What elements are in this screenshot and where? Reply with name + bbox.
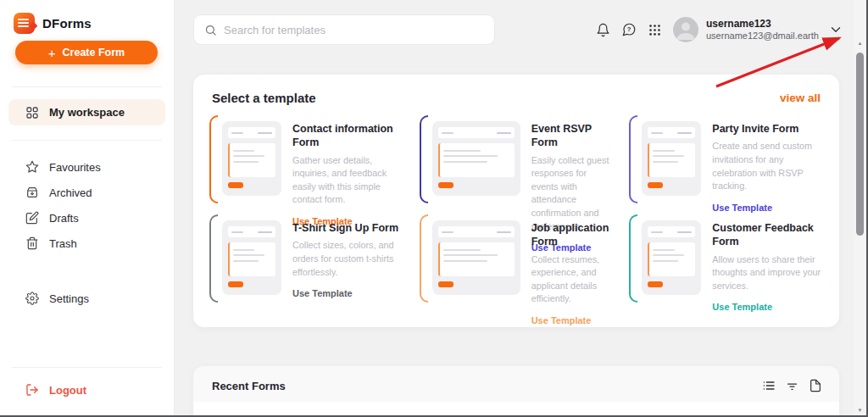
dforms-logo-icon	[14, 13, 35, 34]
list-view-button[interactable]	[762, 379, 776, 392]
card-body: Party Invite Form Create and send custom…	[712, 121, 826, 214]
template-card-event-rsvp: Event RSVP Form Easily collect guest res…	[414, 113, 620, 206]
brand: DForms	[0, 0, 174, 36]
card-body: Job application Form Collect resumes, ex…	[531, 220, 616, 327]
template-card-customer-feedback: Customer Feedback Form Allow users to sh…	[623, 212, 829, 305]
templates-title: Select a template	[212, 91, 316, 105]
sidebar-item-label: My workspace	[49, 106, 125, 119]
scroll-up-arrow[interactable]: ▲	[854, 41, 866, 46]
recent-forms-row[interactable]	[193, 402, 839, 417]
recent-forms-header: Recent Forms	[193, 366, 839, 402]
main-content: ? username123 username123@dmail.earth	[175, 0, 854, 415]
use-template-link[interactable]: Use Template	[531, 315, 592, 325]
create-form-button[interactable]: + Create Form	[15, 41, 158, 64]
sidebar-item-my-workspace[interactable]: My workspace	[8, 99, 165, 125]
logout-icon	[25, 383, 39, 397]
filter-icon	[786, 380, 798, 392]
sidebar: DForms + Create Form My workspace Favour…	[0, 0, 175, 415]
card-accent-bracket	[629, 115, 637, 203]
template-description: Allow users to share their thoughts and …	[712, 253, 826, 293]
sidebar-item-archived[interactable]: Archived	[0, 180, 174, 205]
template-title: T-Shirt Sign Up Form	[292, 221, 406, 235]
template-card-job-application: Job application Form Collect resumes, ex…	[414, 212, 620, 305]
bell-icon	[596, 23, 610, 37]
sidebar-item-favourites[interactable]: Favourites	[0, 154, 174, 180]
help-button[interactable]: ?	[621, 22, 637, 37]
search-icon	[204, 24, 217, 36]
template-thumbnail	[432, 220, 520, 295]
sidebar-item-label: Archived	[49, 186, 92, 199]
trash-icon	[25, 236, 39, 250]
search-input[interactable]	[224, 24, 484, 36]
user-name: username123	[706, 18, 818, 31]
template-card-tshirt-signup: T-Shirt Sign Up Form Collect sizes, colo…	[203, 212, 409, 305]
avatar	[673, 17, 698, 42]
brand-name: DForms	[42, 16, 92, 31]
sidebar-item-label: Trash	[49, 237, 77, 250]
sidebar-item-label: Settings	[49, 292, 89, 305]
card-body: T-Shirt Sign Up Form Collect sizes, colo…	[292, 220, 406, 300]
template-cards-grid: Contact information Form Gather user det…	[193, 113, 839, 305]
divider	[12, 86, 162, 87]
sidebar-item-settings[interactable]: Settings	[0, 286, 174, 311]
sidebar-item-label: Favourites	[49, 161, 101, 174]
workspace-grid-icon	[25, 106, 39, 120]
card-body: Customer Feedback Form Allow users to sh…	[712, 220, 826, 314]
use-template-link[interactable]: Use Template	[712, 203, 772, 213]
scrollbar-thumb[interactable]	[856, 53, 864, 236]
sidebar-item-drafts[interactable]: Drafts	[0, 205, 174, 231]
sidebar-item-trash[interactable]: Trash	[0, 231, 174, 256]
template-thumbnail	[432, 121, 520, 196]
header-actions: ? username123 username123@dmail.earth	[596, 14, 843, 46]
logout-label: Logout	[49, 384, 86, 397]
card-accent-bracket	[420, 115, 428, 203]
templates-panel: Select a template view all Contact infor…	[193, 75, 839, 327]
notifications-button[interactable]	[596, 23, 610, 37]
app-root: DForms + Create Form My workspace Favour…	[0, 0, 868, 417]
star-icon	[25, 160, 39, 174]
user-text: username123 username123@dmail.earth	[706, 18, 818, 42]
user-email: username123@dmail.earth	[706, 31, 818, 42]
user-account-menu[interactable]: username123 username123@dmail.earth	[673, 17, 818, 42]
card-accent-bracket	[629, 214, 637, 303]
template-thumbnail	[222, 121, 281, 196]
search-bar	[193, 14, 495, 45]
template-thumbnail	[642, 220, 701, 295]
templates-panel-header: Select a template view all	[193, 75, 839, 105]
svg-text:?: ?	[627, 25, 632, 33]
recent-forms-toolbar	[762, 379, 822, 392]
logout-button[interactable]: Logout	[0, 368, 174, 415]
template-title: Job application Form	[531, 221, 616, 249]
scroll-down-arrow[interactable]: ▼	[854, 408, 866, 413]
recent-forms-panel: Recent Forms	[193, 366, 839, 417]
sidebar-item-label: Drafts	[49, 212, 79, 225]
archive-icon	[25, 186, 39, 199]
vertical-scrollbar: ▲ ▼	[854, 0, 866, 415]
use-template-link[interactable]: Use Template	[712, 302, 772, 312]
template-thumbnail	[222, 220, 281, 295]
sidebar-bottom: Logout	[0, 367, 174, 415]
template-card-contact-information: Contact information Form Gather user det…	[203, 113, 409, 206]
filter-button[interactable]	[786, 380, 798, 392]
view-all-link[interactable]: view all	[780, 92, 821, 104]
apps-grid-icon	[648, 23, 662, 37]
recent-forms-title: Recent Forms	[212, 380, 286, 392]
template-description: Collect resumes, experience, and applica…	[531, 253, 616, 307]
card-accent-bracket	[209, 115, 218, 203]
grid-view-button[interactable]	[809, 379, 822, 392]
sidebar-nav: Favourites Archived Drafts Trash	[0, 154, 174, 256]
divider	[12, 140, 162, 141]
gear-icon	[25, 292, 39, 305]
document-icon	[809, 379, 822, 392]
use-template-link[interactable]: Use Template	[292, 288, 353, 298]
apps-grid-button[interactable]	[648, 23, 662, 37]
account-dropdown-button[interactable]	[828, 22, 843, 37]
plus-icon: +	[48, 47, 56, 59]
template-title: Contact information Form	[292, 122, 406, 150]
card-accent-bracket	[420, 214, 428, 303]
template-title: Event RSVP Form	[531, 122, 616, 150]
create-form-label: Create Form	[63, 47, 125, 58]
template-card-party-invite: Party Invite Form Create and send custom…	[623, 113, 829, 206]
template-thumbnail	[642, 121, 701, 196]
template-description: Create and send custom invitations for a…	[712, 140, 826, 193]
